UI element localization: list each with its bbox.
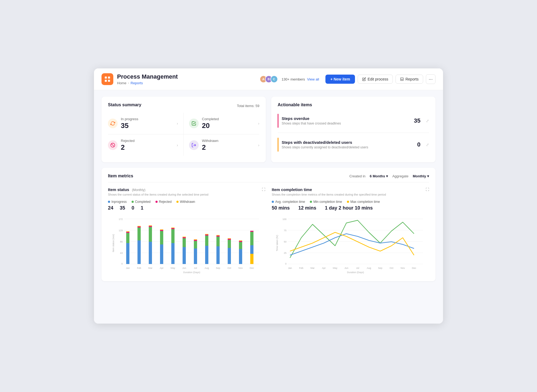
- svg-rect-25: [137, 226, 141, 228]
- rejected-value: 2: [121, 143, 173, 152]
- svg-text:Jun: Jun: [344, 267, 349, 269]
- breadcrumb: Home › Reports: [117, 81, 260, 85]
- new-item-button[interactable]: + New item: [325, 75, 355, 84]
- svg-rect-35: [171, 243, 175, 264]
- edit-process-label: Edit process: [368, 77, 388, 81]
- svg-text:Feb: Feb: [137, 267, 141, 269]
- actionable-items-title: Actionable items: [278, 102, 429, 107]
- main-content: Status summary Total items: 59 In progre…: [94, 90, 443, 324]
- line-chart-values: 50 mins 12 mins 1 day 2 hour 10 mins: [272, 205, 429, 213]
- legend-dot-avg: [272, 201, 274, 203]
- metrics-title: Item metrics: [108, 174, 133, 178]
- more-icon: ···: [429, 76, 433, 82]
- svg-rect-51: [216, 246, 220, 264]
- legend-dot-rejected: [155, 201, 158, 203]
- filter-created-select[interactable]: 6 Months ▾: [370, 174, 388, 178]
- legend-withdrawn: Withdrawn: [176, 200, 195, 204]
- status-summary-card: Status summary Total items: 59 In progre…: [101, 97, 266, 162]
- line-chart-title: Item completion time ⛶: [272, 187, 429, 192]
- reports-icon: [400, 77, 404, 81]
- svg-rect-57: [228, 239, 231, 240]
- svg-rect-62: [239, 240, 242, 241]
- svg-rect-0: [105, 76, 107, 79]
- withdrawn-info: Withdrawn 2: [202, 139, 255, 152]
- breadcrumb-current[interactable]: Reports: [130, 81, 143, 85]
- deactivated-info: Steps with deactivated/deleted users Sho…: [282, 140, 414, 149]
- svg-rect-44: [194, 241, 197, 248]
- svg-text:Time taken (hr): Time taken (hr): [276, 235, 278, 251]
- members-count: 130+ members: [282, 77, 305, 81]
- svg-text:Duration (Days): Duration (Days): [347, 271, 364, 274]
- completed-value: 20: [202, 122, 255, 130]
- svg-rect-26: [137, 226, 141, 226]
- view-all-link[interactable]: View all: [307, 77, 319, 81]
- chevron-icon: ›: [258, 121, 259, 126]
- completed-label: Completed: [202, 117, 255, 121]
- svg-rect-59: [239, 249, 242, 264]
- external-link-icon[interactable]: ⤤: [426, 142, 429, 147]
- status-cell-withdrawn[interactable]: Withdrawn 2 ›: [184, 134, 259, 156]
- overdue-count: 35: [414, 117, 420, 124]
- svg-text:Apr: Apr: [322, 267, 326, 269]
- bar-value-completed: 35: [120, 205, 125, 213]
- completed-info: Completed 20: [202, 117, 255, 130]
- withdrawn-icon: [189, 140, 199, 150]
- status-cell-completed[interactable]: Completed 20 ›: [184, 113, 259, 134]
- svg-text:86: 86: [120, 240, 123, 243]
- check-circle-icon: [191, 121, 196, 126]
- svg-rect-33: [160, 230, 163, 231]
- legend-dot-completed: [132, 201, 134, 203]
- filter-aggregate-select[interactable]: Monthly ▾: [413, 174, 429, 178]
- inprogress-icon: [108, 119, 118, 128]
- svg-text:Jan: Jan: [288, 267, 292, 269]
- svg-text:43: 43: [120, 252, 123, 254]
- svg-line-6: [111, 144, 114, 147]
- svg-text:172: 172: [119, 218, 123, 221]
- header-actions: + New item Edit process Reports ···: [325, 74, 436, 84]
- charts-row: Item status (Monthly) ⛶ Shows the curren…: [108, 187, 429, 275]
- breadcrumb-home[interactable]: Home: [117, 81, 126, 85]
- more-options-button[interactable]: ···: [426, 74, 436, 84]
- line-chart-title-text: Item completion time: [272, 187, 312, 192]
- bar-value-withdrawn: 1: [141, 205, 143, 213]
- bar-chart-subtitle: (Monthly): [132, 188, 145, 192]
- svg-text:Sep: Sep: [216, 267, 220, 269]
- line-value-avg: 50 mins: [272, 205, 290, 213]
- svg-text:Mar: Mar: [310, 267, 315, 269]
- edit-process-button[interactable]: Edit process: [358, 75, 393, 84]
- metrics-filters: Created in 6 Months ▾ Aggregate Monthly …: [349, 174, 429, 178]
- grid-icon: [104, 76, 111, 83]
- svg-rect-32: [160, 231, 163, 244]
- svg-rect-54: [216, 235, 220, 236]
- expand-icon[interactable]: ⛶: [426, 188, 429, 192]
- legend-dot-min: [310, 201, 312, 203]
- svg-rect-61: [239, 241, 242, 242]
- logo-box: [101, 73, 113, 85]
- actionable-item-overdue: Steps overdue Shows steps that have cros…: [278, 109, 429, 133]
- svg-text:Oct: Oct: [227, 267, 231, 269]
- external-link-icon[interactable]: ⤤: [426, 119, 429, 123]
- header-title-section: Process Management Home › Reports: [117, 73, 260, 85]
- reports-button[interactable]: Reports: [396, 75, 423, 84]
- legend-label-avg: Avg. completion time: [275, 200, 305, 204]
- metrics-header: Item metrics Created in 6 Months ▾ Aggre…: [108, 174, 429, 182]
- svg-text:Jul: Jul: [194, 267, 197, 269]
- status-grid: In progress 35 › Completed 20: [108, 113, 259, 156]
- actionable-items-list: Steps overdue Shows steps that have cros…: [278, 109, 429, 156]
- chevron-icon: ›: [177, 121, 178, 126]
- chevron-icon: ›: [258, 143, 259, 147]
- bar-chart-values: 24 35 0 1: [108, 205, 265, 213]
- bar-chart-title: Item status (Monthly) ⛶: [108, 187, 265, 192]
- bar-chart-container: 172 129 86 43 0 Item status (nos): [108, 216, 265, 275]
- status-cell-inprogress[interactable]: In progress 35 ›: [108, 113, 184, 134]
- legend-label-inprogress: Inprogress: [111, 200, 127, 204]
- status-cell-rejected[interactable]: Rejected 2 ›: [108, 134, 184, 156]
- svg-rect-31: [160, 244, 163, 264]
- filter-aggregate-label: Aggregate: [392, 174, 408, 178]
- svg-text:75: 75: [284, 229, 286, 232]
- expand-icon[interactable]: ⛶: [262, 188, 265, 192]
- svg-rect-30: [149, 225, 152, 226]
- overdue-border: [278, 114, 278, 128]
- svg-text:Dec: Dec: [250, 267, 254, 269]
- overdue-title: Steps overdue: [282, 116, 411, 121]
